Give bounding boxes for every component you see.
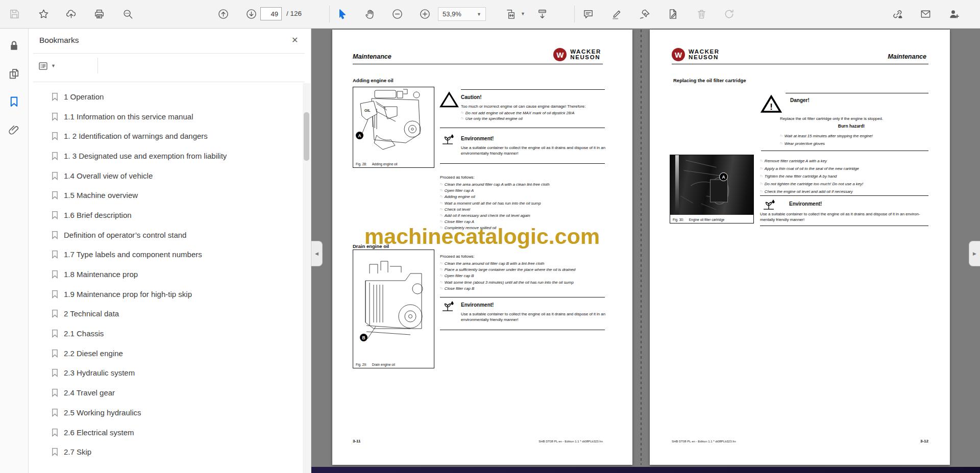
bookmark-icon [52,290,58,298]
page-number: 3-11 [353,439,361,443]
hand-tool-icon[interactable] [363,7,377,21]
fit-width-icon[interactable] [504,7,518,21]
photo-highlight [675,155,679,215]
brand-mark: W [672,48,685,61]
star-favorite-icon[interactable] [37,7,51,21]
lock-icon[interactable] [7,39,21,53]
chevron-down-icon: ▼ [477,12,481,17]
collapse-panel-toggle[interactable]: ◀ [311,241,323,266]
bookmark-label: 2.6 Electrical system [64,428,134,437]
bookmark-item[interactable]: 2.7 Skip [29,442,302,462]
bookmark-item[interactable]: 1.5 Machine overview [29,185,302,205]
bookmark-icon [52,447,58,456]
zoom-level-dropdown[interactable]: 53,9% ▼ [438,7,486,21]
edit-page-icon[interactable] [666,7,680,21]
expand-tools-toggle[interactable]: ▶ [969,241,980,266]
bookmark-item[interactable]: 2.6 Electrical system [29,422,302,442]
environment-title: Environment! [461,136,494,141]
bookmark-item[interactable]: 1.7 Type labels and component numbers [29,245,302,265]
zoom-out-icon[interactable] [390,7,404,21]
bookmark-icon [52,428,58,437]
danger-subtitle: Burn hazard! [780,123,923,129]
bookmark-item[interactable]: 1 Operation [29,87,302,107]
bookmark-label: 2.1 Chassis [64,329,104,338]
highlight-icon[interactable] [610,7,624,21]
header-rule [672,64,928,64]
figure-caption: Drain engine oil [372,363,395,366]
share-link-icon[interactable] [891,7,904,21]
environment2-rule-top [440,297,605,297]
bookmarks-icon[interactable] [7,95,21,109]
comment-icon[interactable] [581,7,595,21]
panel-scrollbar[interactable] [303,83,310,473]
bookmark-item[interactable]: 1.8 Maintenance prop [29,264,302,284]
environment-body: Use a suitable container to collect the … [461,145,606,156]
figure-caption: Adding engine oil [372,162,398,166]
select-cursor-icon[interactable] [335,7,349,21]
left-tool-rail [0,28,29,473]
panel-separator [33,82,305,82]
header-rule [353,64,603,64]
caution-bullet: Use only the specified engine oil [461,116,606,121]
photo-detail [670,155,753,215]
bookmark-icon [52,171,58,180]
bookmark-item[interactable]: 1.9 Maintenance prop for high-tip skip [29,284,302,304]
attachments-icon[interactable] [7,123,21,137]
bookmark-item[interactable]: 1. 2 Identification of warnings and dang… [29,126,302,146]
bookmark-icon [52,349,58,358]
figure-label: Fig. 30: [673,218,684,221]
bookmark-icon [52,211,58,219]
email-icon[interactable] [919,7,933,21]
page-number-input[interactable] [260,7,282,20]
danger-bullet: Wear protective gloves [780,140,923,147]
search-icon[interactable] [121,7,135,21]
bookmark-item[interactable]: 2.4 Travel gear [29,383,302,403]
scrolling-mode-icon[interactable] [535,7,549,21]
print-icon[interactable] [92,7,106,21]
wacker-neuson-logo: W WACKER NEUSON [672,48,720,61]
caution-rule-bottom [440,128,605,128]
page-number: 3-12 [920,439,928,443]
watermark: machinecatalogic.com [364,224,600,249]
next-page-icon[interactable] [244,7,258,21]
share-cloud-icon[interactable] [64,7,78,21]
fit-options-caret[interactable]: ▼ [521,11,525,16]
environment-body: Use a suitable container to collect the … [760,212,928,222]
bookmark-icon [52,329,58,338]
bookmark-item[interactable]: 1.6 Brief description [29,205,302,225]
sign-icon[interactable] [638,7,652,21]
bookmark-item[interactable]: 1. 3 Designated use and exemption from l… [29,146,302,166]
add-person-icon[interactable] [947,7,961,21]
zoom-in-icon[interactable] [418,7,432,21]
bookmark-item[interactable]: 2.1 Chassis [29,323,302,343]
svg-text:!: ! [770,102,773,112]
danger-body: Replace the oil filter cartridge only if… [780,116,923,122]
bookmark-item[interactable]: 1.1 Information on this service manual [29,107,302,127]
save-icon[interactable] [8,7,21,21]
bookmark-item[interactable]: Definition of operator’s control stand [29,225,302,245]
bookmark-icon [52,250,58,259]
redo-icon[interactable] [722,7,736,21]
figure-29: B Fig. 29:Drain engine oil [353,250,434,368]
bookmark-item[interactable]: 2.3 Hydraulic system [29,363,302,383]
options-divider [97,58,98,73]
environment2-body: Use a suitable container to collect the … [461,312,606,322]
danger-icon: ! [761,95,781,115]
previous-page-icon[interactable] [216,7,230,21]
proceed-label: Proceed as follows: [440,175,475,180]
bookmark-options-button[interactable]: ▼ [38,58,61,73]
bookmark-icon [52,388,58,397]
bookmark-item[interactable]: 2 Technical data [29,304,302,324]
delete-icon[interactable] [695,7,708,21]
caution-title: Caution! [461,94,482,100]
panel-scrollbar-thumb[interactable] [304,112,309,161]
danger-bullet: Wait at least 15 minutes after stopping … [780,132,923,140]
bookmark-item[interactable]: 1.4 Overall view of vehicle [29,166,302,186]
page-thumbnails-icon[interactable] [7,67,21,81]
page-break-divider [641,30,642,465]
step-item: Place a sufficiently large container und… [440,267,606,273]
bookmark-item[interactable]: 2.5 Working hydraulics [29,403,302,422]
bookmark-item[interactable]: 2.2 Diesel engine [29,343,302,363]
step-item: Open filler cap B [440,273,606,279]
close-icon[interactable]: ✕ [291,35,298,45]
